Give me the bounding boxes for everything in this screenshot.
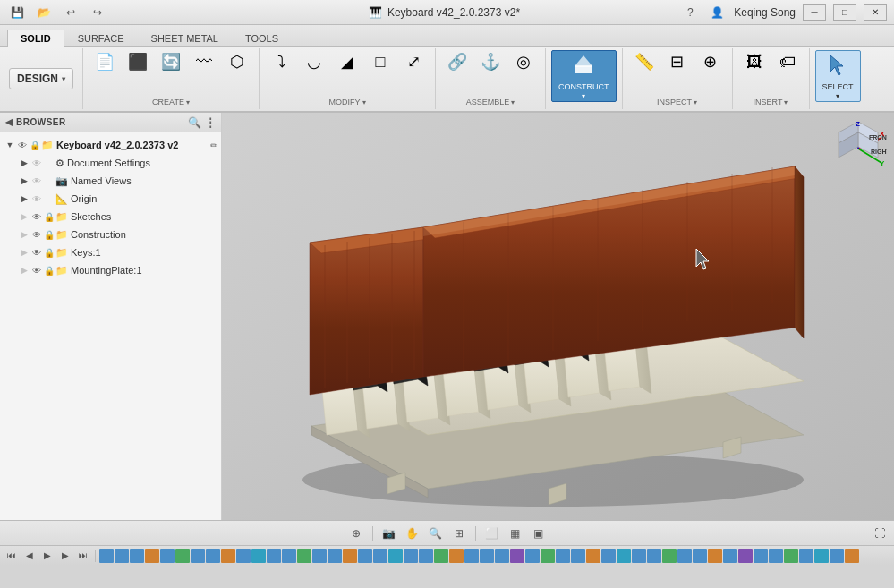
mounting-lock-icon[interactable]: 🔒 [43,266,55,276]
timeline-play-btn[interactable]: ▶ [39,549,55,563]
interference-btn[interactable]: ⊕ [694,50,727,73]
view-home-btn[interactable]: ⊕ [346,524,366,542]
tl-icon-25[interactable] [464,549,479,563]
grid-btn[interactable]: ▦ [506,524,525,542]
tl-icon-8[interactable] [206,549,220,563]
sketches-expander[interactable]: ▶ [18,212,30,221]
measure-btn[interactable]: 📏 [628,50,660,73]
tl-icon-47[interactable] [799,549,813,563]
mounting-visibility-icon[interactable]: 👁 [30,266,43,276]
tl-icon-17[interactable] [343,549,357,563]
pan-btn[interactable]: ✋ [403,524,422,542]
tl-icon-30[interactable] [541,549,555,563]
keys-visibility-icon[interactable]: 👁 [30,248,43,258]
shell-btn[interactable]: □ [364,50,396,73]
tl-icon-38[interactable] [662,549,677,563]
tl-icon-10[interactable] [236,549,251,563]
tl-icon-9[interactable] [221,549,235,563]
browser-menu-icon[interactable]: ⋮ [205,116,216,129]
chamfer-btn[interactable]: ◢ [331,50,363,73]
tl-icon-7[interactable] [191,549,205,563]
tl-icon-3[interactable] [130,549,144,563]
root-visibility-icon[interactable]: 👁 [16,141,29,150]
tl-icon-4[interactable] [145,549,159,563]
section-view-btn[interactable]: ▣ [529,524,549,542]
root-expander-icon[interactable]: ▼ [4,141,16,149]
doc-settings-expander[interactable]: ▶ [18,158,30,167]
tl-icon-33[interactable] [586,549,600,563]
tab-sheet-metal[interactable]: SHEET METAL [138,30,232,47]
tab-tools[interactable]: TOOLS [232,30,292,47]
camera-btn[interactable]: 📷 [379,524,399,542]
mounting-expander[interactable]: ▶ [18,266,30,275]
new-component-btn[interactable]: 📄 [89,50,121,74]
tree-item-mounting-plate[interactable]: ▶ 👁 🔒 📁 MountingPlate:1 [0,261,221,279]
tl-icon-39[interactable] [677,549,692,563]
tl-icon-44[interactable] [754,549,768,563]
sweep-btn[interactable]: 〰 [188,50,220,74]
joint-btn[interactable]: 🔗 [441,50,473,73]
press-pull-btn[interactable]: ⤵ [265,50,297,73]
tl-icon-11[interactable] [251,549,266,563]
design-button[interactable]: DESIGN ▾ [9,68,73,89]
keys-lock-icon[interactable]: 🔒 [43,248,55,258]
insert-derive-btn[interactable]: 🖼 [738,50,771,73]
fillet-btn[interactable]: ◡ [298,50,330,73]
tl-icon-22[interactable] [419,549,433,563]
tl-icon-50[interactable] [845,549,859,563]
viewport[interactable]: FRONT RIGHT X Y Z [222,113,894,520]
display-mode-btn[interactable]: ⬜ [482,524,502,542]
doc-settings-visibility-icon[interactable]: 👁 [30,158,43,168]
root-edit-icon[interactable]: ✏ [210,141,217,150]
tree-item-keys[interactable]: ▶ 👁 🔒 📁 Keys:1 [0,243,221,261]
tl-icon-24[interactable] [449,549,464,563]
tree-item-construction[interactable]: ▶ 👁 🔒 📁 Construction [0,226,221,243]
section-btn[interactable]: ⊟ [661,50,694,73]
keys-expander[interactable]: ▶ [18,248,30,257]
tl-icon-36[interactable] [632,549,646,563]
decal-btn[interactable]: 🏷 [771,50,804,73]
tl-icon-26[interactable] [480,549,494,563]
root-lock-icon[interactable]: 🔒 [29,141,41,150]
tl-icon-49[interactable] [830,549,844,563]
tl-icon-45[interactable] [769,549,783,563]
tab-solid[interactable]: SOLID [7,30,64,47]
quick-open-btn[interactable]: 📂 [34,4,54,21]
select-button[interactable]: SELECT ▾ [815,50,861,102]
tl-icon-31[interactable] [556,549,570,563]
tl-icon-37[interactable] [647,549,661,563]
construction-lock-icon[interactable]: 🔒 [43,230,55,240]
construction-expander[interactable]: ▶ [18,230,30,239]
tl-icon-43[interactable] [738,549,753,563]
tl-icon-15[interactable] [312,549,327,563]
account-btn[interactable]: 👤 [707,4,727,21]
undo-btn[interactable]: ↩ [61,4,81,21]
bottom-right-icon[interactable]: ⛶ [874,527,885,540]
timeline-next-btn[interactable]: ▶ [57,549,73,563]
browser-collapse-icon[interactable]: ◀ [5,116,13,128]
redo-btn[interactable]: ↪ [88,4,107,21]
quick-save-btn[interactable]: 💾 [7,4,27,21]
tl-icon-5[interactable] [160,549,175,563]
tree-item-document-settings[interactable]: ▶ 👁 ⚙ Document Settings [0,154,221,172]
tl-icon-19[interactable] [373,549,387,563]
ground-btn[interactable]: ⚓ [474,50,507,73]
tl-icon-28[interactable] [510,549,524,563]
construction-visibility-icon[interactable]: 👁 [30,230,43,240]
tl-icon-14[interactable] [297,549,311,563]
tl-icon-21[interactable] [404,549,418,563]
tree-item-origin[interactable]: ▶ 👁 📐 Origin [0,190,221,208]
origin-expander[interactable]: ▶ [18,194,30,203]
tl-icon-40[interactable] [693,549,707,563]
tree-root-item[interactable]: ▼ 👁 🔒 📁 Keyboard v42_2.0.2373 v2 ✏ [0,136,221,154]
tl-icon-12[interactable] [267,549,281,563]
named-views-expander[interactable]: ▶ [18,176,30,185]
tl-icon-1[interactable] [99,549,114,563]
tl-icon-2[interactable] [115,549,129,563]
timeline-end-btn[interactable]: ⏭ [75,549,91,563]
tl-icon-46[interactable] [784,549,798,563]
tab-surface[interactable]: SURFACE [64,30,138,47]
browser-search-icon[interactable]: 🔍 [188,116,201,129]
tree-item-sketches[interactable]: ▶ 👁 🔒 📁 Sketches [0,208,221,226]
revolve-btn[interactable]: 🔄 [155,50,187,74]
